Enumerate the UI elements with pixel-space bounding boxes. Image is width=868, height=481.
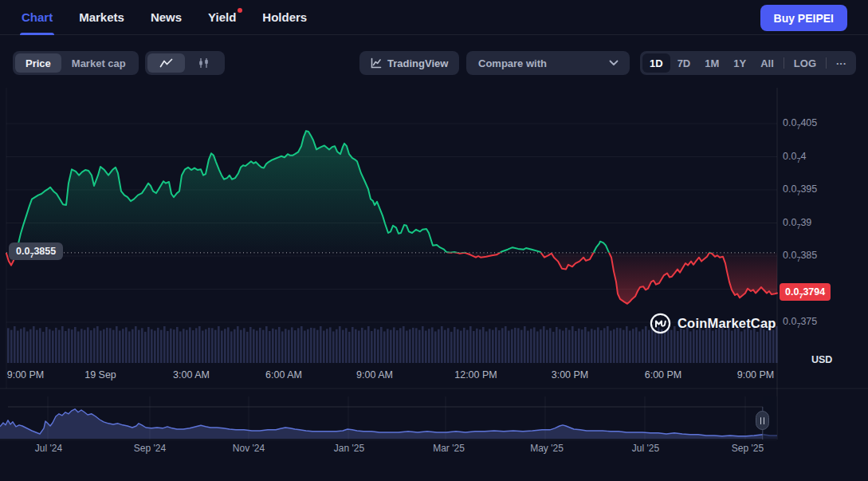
more-options-button[interactable]: ··· <box>829 53 854 73</box>
tradingview-label: TradingView <box>387 57 448 69</box>
tab-holders[interactable]: Holders <box>262 0 307 34</box>
tradingview-button[interactable]: TradingView <box>359 51 459 75</box>
tab-markets[interactable]: Markets <box>79 0 124 34</box>
time-axis-labels: 9:00 PM19 Sep3:00 AM6:00 AM9:00 AM12:00 … <box>0 369 868 382</box>
range-all-button[interactable]: All <box>753 53 781 73</box>
date-tick-label: Jul '25 <box>632 443 659 454</box>
time-tick-label: 9:00 PM <box>737 369 775 380</box>
tab-news[interactable]: News <box>151 0 182 34</box>
date-tick-label: Jul '24 <box>35 443 62 454</box>
overview-scrubber[interactable] <box>0 396 777 441</box>
coinmarketcap-watermark: CoinMarketCap <box>650 313 776 334</box>
date-tick-label: Sep '24 <box>134 443 166 454</box>
currency-unit-label: USD <box>811 354 832 365</box>
time-tick-label: 9:00 AM <box>356 369 393 380</box>
candle-chart-mode-button[interactable] <box>185 53 222 73</box>
time-tick-label: 6:00 PM <box>645 369 682 380</box>
price-tick-label: 0.07405 <box>783 117 817 128</box>
time-tick-label: 19 Sep <box>84 369 116 380</box>
prev-close-price-label: 0.073855 <box>9 242 63 260</box>
divider <box>826 57 827 69</box>
coinmarketcap-logo-icon <box>650 313 671 334</box>
date-tick-label: May '25 <box>530 443 564 454</box>
price-tick-label: 0.0739 <box>783 217 811 228</box>
toggle-option-price[interactable]: Price <box>15 53 61 73</box>
tab-yield[interactable]: Yield <box>208 0 236 34</box>
drag-bars-icon <box>760 417 762 424</box>
drag-bars-icon <box>764 417 765 424</box>
range-1m-button[interactable]: 1M <box>697 53 726 73</box>
tab-yield-label: Yield <box>208 10 236 24</box>
toggle-option-marketcap[interactable]: Market cap <box>61 53 136 73</box>
compare-with-label: Compare with <box>478 57 547 69</box>
line-chart-mode-button[interactable] <box>147 53 185 73</box>
price-tick-label: 0.07395 <box>783 183 817 195</box>
date-tick-label: Jan '25 <box>334 443 364 454</box>
tradingview-chart-icon <box>371 57 382 69</box>
time-tick-label: 6:00 AM <box>265 369 302 380</box>
compare-with-dropdown[interactable]: Compare with <box>466 51 630 75</box>
zigzag-line-icon <box>159 57 173 69</box>
overview-axis-labels: Jul '24Sep '24Nov '24Jan '25Mar '25May '… <box>0 443 868 455</box>
divider <box>784 57 784 69</box>
time-tick-label: 9:00 PM <box>7 369 45 380</box>
price-marketcap-toggle: Price Market cap <box>13 51 139 75</box>
coin-page-tabs: Chart Markets News Yield Holders <box>0 0 868 35</box>
candlesticks-icon <box>198 57 210 69</box>
range-1y-button[interactable]: 1Y <box>726 53 753 73</box>
price-tick-label: 0.07385 <box>783 250 817 261</box>
watermark-text: CoinMarketCap <box>678 316 776 331</box>
date-tick-label: Nov '24 <box>233 443 265 454</box>
date-tick-label: Mar '25 <box>433 443 465 454</box>
chevron-down-icon <box>609 60 619 66</box>
range-7d-button[interactable]: 7D <box>670 53 698 73</box>
time-tick-label: 3:00 PM <box>552 369 589 380</box>
tab-chart[interactable]: Chart <box>22 0 53 34</box>
time-tick-label: 3:00 AM <box>173 369 210 380</box>
date-tick-label: Sep '25 <box>732 443 764 454</box>
range-1d-button[interactable]: 1D <box>642 53 670 73</box>
time-range-selector: 1D 7D 1M 1Y All LOG ··· <box>640 51 856 75</box>
log-scale-toggle[interactable]: LOG <box>787 53 823 73</box>
current-price-badge: 0.073794 <box>780 283 831 301</box>
chart-type-toggle <box>145 51 225 75</box>
price-tick-label: 0.07375 <box>783 316 817 327</box>
price-tick-label: 0.074 <box>783 151 806 162</box>
overview-scrub-handle[interactable] <box>756 411 769 430</box>
buy-peipei-button[interactable]: Buy PEIPEI <box>760 5 847 31</box>
red-notification-dot-icon <box>238 8 242 13</box>
time-tick-label: 12:00 PM <box>454 369 497 380</box>
